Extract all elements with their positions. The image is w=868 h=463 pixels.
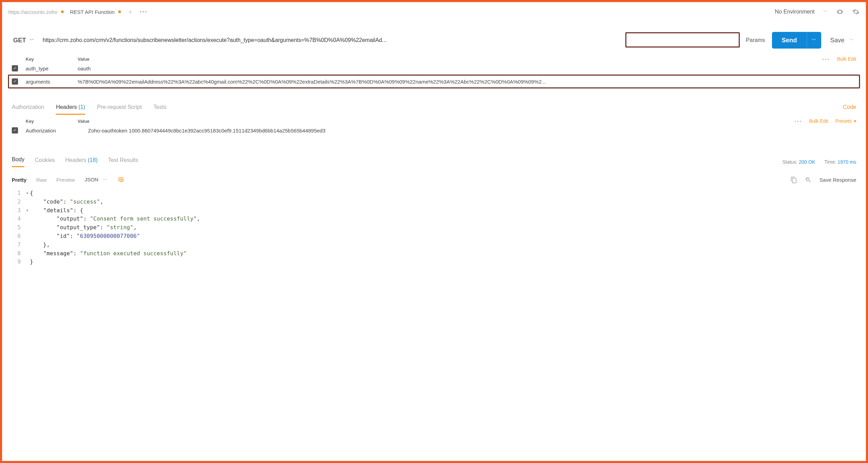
response-tab-cookies[interactable]: Cookies [35,157,55,167]
params-col-key: Key [26,57,78,62]
chevron-down-icon: ﹀ [849,37,854,43]
wrap-lines-icon[interactable] [117,175,125,184]
tab-menu-button[interactable]: ••• [140,9,148,15]
tab-headers[interactable]: Headers (1) [56,104,85,115]
tab-label: REST API Function [70,9,115,15]
body-mode-pretty[interactable]: Pretty [12,177,27,183]
param-value[interactable]: %7B%0D%0A%09%22emailAddress%22%3A%22abc%… [78,79,856,85]
headers-col-key: Key [26,119,78,124]
header-key[interactable]: Authorization [26,128,88,134]
code-link[interactable]: Code [843,104,856,110]
param-value[interactable]: oauth [78,66,856,71]
http-method-label: GET [13,37,26,44]
tab-label: https://accounts.zoho [8,9,58,15]
tab-rest-api-function[interactable]: REST API Function [70,9,121,15]
tab-modified-dot [118,10,121,13]
save-button[interactable]: Save ﹀ [828,37,856,44]
tab-tests[interactable]: Tests [154,104,166,115]
headers-more-button[interactable]: ••• [795,119,802,124]
params-col-value: Value [78,57,822,62]
http-method-selector[interactable]: GET ﹀ [12,34,36,47]
response-tab-body[interactable]: Body [12,156,24,167]
header-checkbox[interactable] [12,127,18,134]
chevron-down-icon[interactable]: ﹀ [823,9,828,15]
param-key[interactable]: arguments [26,79,78,85]
params-more-button[interactable]: ••• [822,57,830,62]
url-input[interactable] [43,34,739,46]
save-label: Save [830,37,844,44]
settings-icon[interactable] [852,8,860,16]
chevron-down-icon: ﹀ [29,37,34,43]
tab-prerequest-script[interactable]: Pre-request Script [97,104,142,115]
response-status: Status: 200 OK [782,159,815,165]
headers-presets[interactable]: Presets ▾ [835,118,856,124]
response-body: 1▾{2 "code": "success",3▾ "details": {4 … [8,189,860,266]
caret-down-icon: ▾ [854,118,856,124]
chevron-down-icon: ﹀ [103,177,107,182]
copy-icon[interactable] [790,177,797,183]
response-tab-test-results[interactable]: Test Results [108,157,138,167]
header-value[interactable]: Zoho-oauthtoken 1000.8607494449c8bc1e392… [88,128,856,134]
param-row: arguments %7B%0D%0A%09%22emailAddress%22… [8,75,860,88]
body-format-selector[interactable]: JSON ﹀ [85,177,107,183]
params-bulk-edit[interactable]: Bulk Edit [837,56,856,62]
params-toggle[interactable]: Params [746,37,765,43]
param-checkbox[interactable] [12,78,18,85]
header-row: Authorization Zoho-oauthtoken 1000.86074… [8,124,860,137]
send-button[interactable]: Send [772,32,807,49]
param-row: auth_type oauth [8,62,860,75]
body-mode-raw[interactable]: Raw [36,177,47,183]
headers-bulk-edit[interactable]: Bulk Edit [809,118,828,124]
send-dropdown-button[interactable]: ﹀ [807,32,821,49]
search-icon[interactable] [805,177,812,183]
param-key[interactable]: auth_type [26,66,78,71]
response-tab-headers[interactable]: Headers (18) [65,157,97,167]
environment-selector[interactable]: No Environment [775,9,815,15]
tab-accounts-zoho[interactable]: https://accounts.zoho [8,9,64,15]
environment-quicklook-icon[interactable] [836,8,844,16]
tab-authorization[interactable]: Authorization [12,104,44,115]
headers-col-value: Value [78,119,795,124]
param-checkbox[interactable] [12,65,18,71]
new-tab-button[interactable]: ＋ [127,8,133,16]
body-mode-preview[interactable]: Preview [57,177,75,183]
save-response-button[interactable]: Save Response [819,177,856,183]
tab-modified-dot [61,10,64,13]
response-time: Time: 1970 ms [824,159,856,165]
